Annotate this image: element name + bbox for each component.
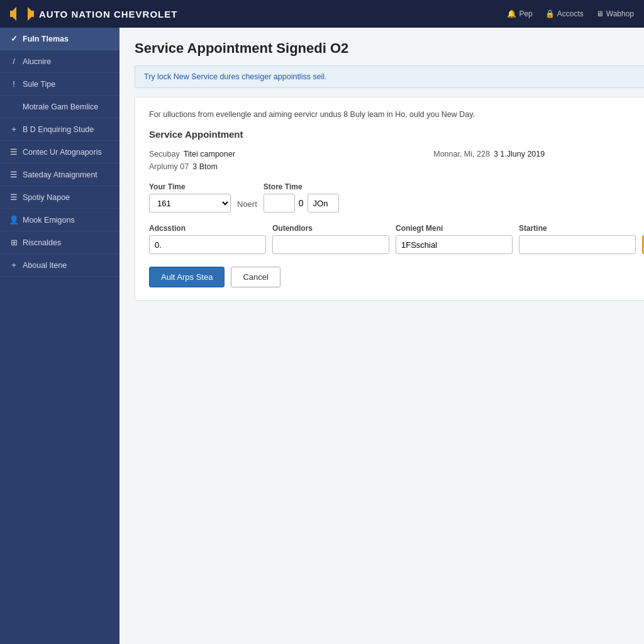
info-value-2: 3 Btom bbox=[192, 162, 218, 171]
info-row-2: Arplumy 07 3 Btom bbox=[149, 161, 421, 172]
sidebar-item-alucnire[interactable]: / Alucnire bbox=[0, 50, 119, 73]
outendlors-group: Outendlors bbox=[272, 224, 389, 254]
store-time-inputs: 0 bbox=[264, 194, 339, 213]
plus2-icon: + bbox=[9, 260, 19, 270]
store-time-ampm-input[interactable] bbox=[308, 194, 339, 213]
info-row-0: Secubay Titei camponer bbox=[149, 148, 421, 160]
adcsstion-input[interactable] bbox=[149, 235, 266, 254]
sidebar-item-saturday[interactable]: ☰ Sateday Atnaignment bbox=[0, 164, 119, 186]
header-logo: AUTO NATION CHEVROLET bbox=[10, 6, 177, 22]
your-time-label: Your Time bbox=[149, 182, 231, 191]
accounts-label: Accocts bbox=[557, 9, 584, 18]
info-value-1: 3 1.Jluny 2019 bbox=[494, 150, 545, 158]
svg-marker-5 bbox=[16, 11, 28, 17]
description-text: For ulluctions from evellengle and aimin… bbox=[149, 110, 644, 119]
page-title: Service Appointment Signedi O2 bbox=[135, 40, 644, 57]
outendlors-label: Outendlors bbox=[272, 224, 389, 233]
info-grid: Secubay Titei camponer Monnar, Mi, 228 3… bbox=[149, 148, 644, 172]
header-nav-accounts[interactable]: 🔒 Accocts bbox=[545, 9, 584, 18]
adcsstion-group: Adcsstion bbox=[149, 224, 266, 254]
sidebar-item-aboual[interactable]: + Aboual Itene bbox=[0, 254, 119, 277]
startine-input[interactable] bbox=[519, 235, 636, 254]
submit-button[interactable]: Ault Arps Stea bbox=[149, 267, 225, 287]
startine-label: Startine bbox=[519, 224, 636, 233]
sidebar-item-label: Contec Ur Atognaporis bbox=[23, 148, 102, 157]
menu3-icon: ☰ bbox=[9, 192, 19, 202]
header: AUTO NATION CHEVROLET 🔔 Pep 🔒 Accocts 🖥 … bbox=[0, 0, 644, 28]
accounts-icon: 🔒 bbox=[545, 9, 555, 18]
store-time-group: Store Time 0 bbox=[264, 182, 339, 213]
svg-marker-7 bbox=[13, 17, 16, 21]
pep-icon: 🔔 bbox=[507, 9, 516, 18]
menu2-icon: ☰ bbox=[9, 170, 19, 179]
sidebar-item-sule-tipe[interactable]: ! Sule Tipe bbox=[0, 73, 119, 96]
sidebar: ✓ Fuln Tlemas / Alucnire ! Sule Tipe Mot… bbox=[0, 28, 119, 644]
form-card: For ulluctions from evellengle and aimin… bbox=[135, 97, 644, 301]
chevrolet-bowtie-icon bbox=[10, 6, 34, 22]
info-banner: Try lock New Service dures chesiger appo… bbox=[135, 65, 644, 88]
sidebar-item-label: Alucnire bbox=[23, 57, 51, 66]
sidebar-item-motrale[interactable]: Motrale Gam Bemlice bbox=[0, 96, 119, 118]
sidebar-item-label: B D Enquiring Stude bbox=[23, 125, 94, 134]
header-nav-workshop[interactable]: 🖥 Wabhop bbox=[596, 9, 634, 18]
sidebar-item-label: Riscnaldes bbox=[23, 238, 61, 247]
header-nav: 🔔 Pep 🔒 Accocts 🖥 Wabhop bbox=[507, 9, 634, 18]
info-row-1: Monnar, Mi, 228 3 1.Jluny 2019 bbox=[433, 148, 644, 160]
motrale-icon bbox=[9, 102, 19, 111]
sidebar-item-label: Spotiy Napoe bbox=[23, 193, 70, 202]
sidebar-item-spotiy[interactable]: ☰ Spotiy Napoe bbox=[0, 186, 119, 209]
workshop-label: Wabhop bbox=[606, 9, 634, 18]
svg-marker-6 bbox=[13, 7, 16, 11]
sidebar-item-label: Aboual Itene bbox=[23, 261, 67, 270]
sidebar-item-bd-enquiring[interactable]: + B D Enquiring Stude bbox=[0, 118, 119, 141]
header-nav-pep[interactable]: 🔔 Pep bbox=[507, 9, 532, 18]
sidebar-item-label: Mook Emigons bbox=[23, 216, 75, 225]
info-value-0: Titei camponer bbox=[184, 150, 235, 158]
cancel-button[interactable]: Cancel bbox=[231, 267, 280, 287]
sidebar-item-riscnaldes[interactable]: ⊞ Riscnaldes bbox=[0, 231, 119, 254]
workshop-icon: 🖥 bbox=[596, 9, 604, 18]
near-label: Noert bbox=[237, 199, 257, 213]
info-label-2: Arplumy 07 bbox=[149, 162, 189, 171]
store-time-label: Store Time bbox=[264, 182, 339, 191]
sidebar-item-label: Fuln Tlemas bbox=[23, 35, 69, 43]
plus-icon: + bbox=[9, 125, 19, 134]
time-colon: 0 bbox=[297, 198, 305, 208]
checkmark-icon: ✓ bbox=[9, 34, 19, 43]
time-section: Your Time 161 162 163 Noert Store Time 0 bbox=[149, 182, 644, 213]
main-content: Service Appointment Signedi O2 Try lock … bbox=[119, 28, 644, 644]
exclaim-icon: ! bbox=[9, 79, 19, 89]
info-banner-text: Try lock New Service dures chesiger appo… bbox=[144, 72, 327, 81]
layout: ✓ Fuln Tlemas / Alucnire ! Sule Tipe Mot… bbox=[0, 28, 644, 644]
store-time-input[interactable] bbox=[264, 194, 295, 213]
startine-group: Startine bbox=[519, 224, 636, 254]
svg-marker-9 bbox=[28, 17, 31, 21]
pep-label: Pep bbox=[519, 9, 532, 18]
coniegt-label: Coniegt Meni bbox=[396, 224, 513, 233]
sidebar-item-mook[interactable]: 👤 Mook Emigons bbox=[0, 209, 119, 231]
adcsstion-label: Adcsstion bbox=[149, 224, 266, 233]
your-time-group: Your Time 161 162 163 bbox=[149, 182, 231, 213]
your-time-select[interactable]: 161 162 163 bbox=[149, 194, 231, 213]
header-brand-text: AUTO NATION CHEVROLET bbox=[39, 9, 177, 19]
info-label-0: Secubay bbox=[149, 150, 180, 158]
sidebar-item-label: Sule Tipe bbox=[23, 80, 55, 89]
info-label-1: Monnar, Mi, 228 bbox=[433, 150, 490, 158]
form-section-title: Service Appointment bbox=[149, 129, 644, 140]
sidebar-item-label: Sateday Atnaignment bbox=[23, 170, 97, 179]
user-icon: 👤 bbox=[9, 215, 19, 225]
menu-icon: ☰ bbox=[9, 147, 19, 157]
slash-icon: / bbox=[9, 57, 19, 66]
svg-marker-3 bbox=[10, 11, 16, 17]
bottom-fields: Adcsstion Outendlors Coniegt Meni Starti… bbox=[149, 224, 644, 254]
sidebar-item-full-themes[interactable]: ✓ Fuln Tlemas bbox=[0, 28, 119, 50]
sidebar-item-label: Motrale Gam Bemlice bbox=[23, 103, 98, 111]
svg-marker-8 bbox=[28, 7, 31, 11]
coniegt-group: Coniegt Meni bbox=[396, 224, 513, 254]
outendlors-input[interactable] bbox=[272, 235, 389, 254]
coniegt-input[interactable] bbox=[396, 235, 513, 254]
action-buttons: Ault Arps Stea Cancel bbox=[149, 267, 644, 287]
svg-marker-4 bbox=[28, 11, 34, 17]
sidebar-item-contec[interactable]: ☰ Contec Ur Atognaporis bbox=[0, 141, 119, 164]
grid-icon: ⊞ bbox=[9, 238, 19, 247]
